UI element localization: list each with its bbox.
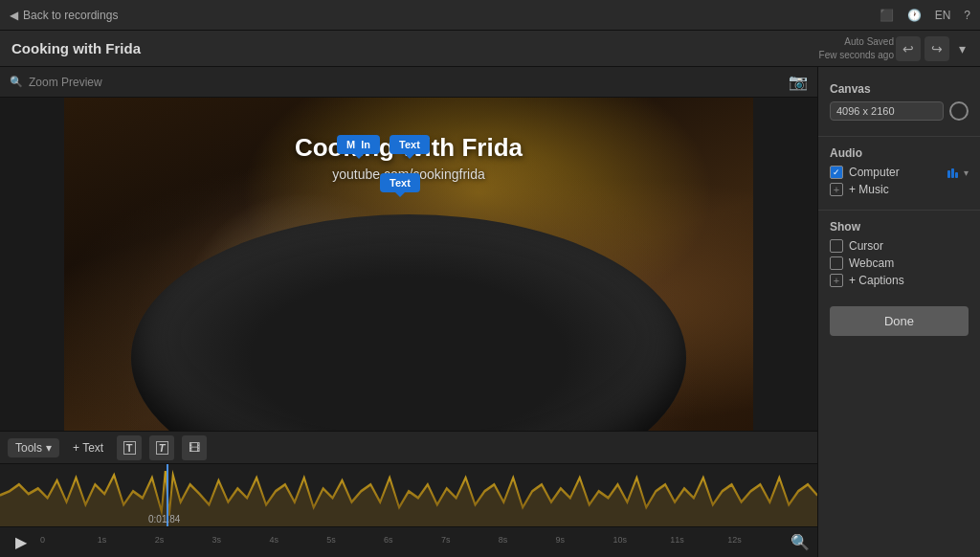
computer-audio-label: Computer xyxy=(849,166,900,179)
captions-row: + + Captions xyxy=(830,274,969,287)
music-bubble[interactable]: M In xyxy=(337,135,380,154)
time-marker: 10s xyxy=(612,535,627,545)
text-bubble-1-label: Text xyxy=(399,139,420,150)
canvas-row: 4096 x 2160 xyxy=(830,101,969,121)
playback-bar: ▶ 01s2s3s4s5s6s7s8s9s10s11s12s0:13 🔍 xyxy=(0,526,817,557)
autosaved-line1: Auto Saved xyxy=(819,35,894,49)
language-label[interactable]: EN xyxy=(935,9,951,22)
zoom-label: Zoom Preview xyxy=(29,76,102,89)
time-marker: 0 xyxy=(40,535,45,545)
timecode: 0:01.84 xyxy=(148,514,180,524)
canvas-circle-button[interactable] xyxy=(949,101,969,121)
tools-button[interactable]: Tools ▾ xyxy=(8,438,59,457)
camera-icon[interactable]: 📷 xyxy=(789,73,808,91)
divider-1 xyxy=(818,136,980,137)
text-bubble-1[interactable]: Text xyxy=(390,135,430,154)
text-style-icon-button[interactable]: T xyxy=(149,435,174,460)
add-text-button[interactable]: + Text xyxy=(67,438,109,457)
preview-header: 🔍 Zoom Preview 📷 xyxy=(0,67,817,98)
redo-button[interactable]: ↪ xyxy=(924,36,949,61)
cursor-label: Cursor xyxy=(849,239,883,253)
time-marker: 8s xyxy=(499,535,508,545)
preview-canvas: Cooking With Frida youtube.com/cookingfr… xyxy=(0,98,817,431)
page-title: Cooking with Frida xyxy=(11,40,141,56)
tools-bar: Tools ▾ + Text T T 🎞 xyxy=(0,432,817,464)
audio-section: Audio Computer ▾ + + Music xyxy=(818,141,980,206)
undo-button[interactable]: ↩ xyxy=(896,36,921,61)
back-arrow-icon: ◀ xyxy=(10,9,18,22)
clock-icon[interactable]: 🕐 xyxy=(907,9,922,22)
back-label: Back to recordings xyxy=(23,9,118,22)
add-music-button[interactable]: + xyxy=(830,183,843,196)
webcam-label: Webcam xyxy=(849,256,894,270)
play-button[interactable]: ▶ xyxy=(8,529,34,556)
timeline-area: Tools ▾ + Text T T 🎞 xyxy=(0,431,817,526)
main-area: 🔍 Zoom Preview 📷 Cooking With Frida yout… xyxy=(0,67,980,557)
time-marker: 2s xyxy=(155,535,165,545)
show-section: Show Cursor Webcam + + Captions xyxy=(818,214,980,297)
audio-chevron-icon[interactable]: ▾ xyxy=(964,167,969,178)
canvas-title: Canvas xyxy=(830,82,969,96)
time-marker: 3s xyxy=(212,535,222,545)
audio-bar-1 xyxy=(947,170,950,178)
add-captions-button[interactable]: + xyxy=(830,274,843,287)
right-panel: Canvas 4096 x 2160 Audio Computer ▾ xyxy=(817,67,980,557)
divider-2 xyxy=(818,210,980,211)
title-bar-controls: ↩ ↪ ▾ xyxy=(896,36,970,61)
audio-bar-2 xyxy=(951,168,954,178)
audio-title: Audio xyxy=(830,146,969,160)
time-marker: 6s xyxy=(384,535,393,545)
time-marker: 12s xyxy=(727,535,742,545)
cursor-checkbox[interactable] xyxy=(830,239,843,253)
text-plain-icon-button[interactable]: T xyxy=(117,435,142,460)
time-marker: 1s xyxy=(98,535,107,545)
audio-level-bars xyxy=(947,167,958,178)
music-bubble-label: M In xyxy=(346,139,370,150)
text-style-icon: T xyxy=(156,441,168,455)
webcam-checkbox[interactable] xyxy=(830,256,843,270)
canvas-section: Canvas 4096 x 2160 xyxy=(818,77,980,132)
time-marker: 9s xyxy=(556,535,566,545)
cursor-row: Cursor xyxy=(830,239,969,253)
film-icon-button[interactable]: 🎞 xyxy=(182,435,207,460)
tools-chevron-icon: ▾ xyxy=(46,441,52,455)
time-marker: 7s xyxy=(441,535,451,545)
computer-audio-checkbox[interactable] xyxy=(830,166,843,179)
captions-label: + Captions xyxy=(849,274,904,287)
time-marker: 4s xyxy=(269,535,278,545)
recording-icon[interactable]: ⬛ xyxy=(880,9,894,22)
top-bar-right: ⬛ 🕐 EN ? xyxy=(880,9,970,22)
ruler-bg: 01s2s3s4s5s6s7s8s9s10s11s12s0:13 xyxy=(40,535,785,550)
computer-audio-row: Computer ▾ xyxy=(830,166,969,179)
video-frame: Cooking With Frida youtube.com/cookingfr… xyxy=(64,98,753,431)
canvas-resolution-select[interactable]: 4096 x 2160 xyxy=(830,101,944,121)
tools-label: Tools xyxy=(15,441,42,455)
time-marker: 5s xyxy=(326,535,336,545)
waveform-svg xyxy=(0,464,817,526)
show-title: Show xyxy=(830,220,969,234)
done-button[interactable]: Done xyxy=(830,306,969,336)
timeline-ruler: 01s2s3s4s5s6s7s8s9s10s11s12s0:13 xyxy=(40,535,785,550)
autosaved-status: Auto Saved Few seconds ago xyxy=(819,35,894,62)
text-bubble-2-label: Text xyxy=(390,177,411,189)
add-text-label: + Text xyxy=(73,441,103,455)
back-button[interactable]: ◀ Back to recordings xyxy=(10,9,118,22)
film-icon: 🎞 xyxy=(189,441,200,455)
zoom-in-icon[interactable]: 🔍 xyxy=(791,533,810,551)
waveform-row: 0:01.84 xyxy=(0,464,817,526)
help-icon[interactable]: ? xyxy=(964,9,970,22)
text-bubble-2[interactable]: Text xyxy=(380,173,420,192)
search-icon: 🔍 xyxy=(10,76,23,88)
music-label: + Music xyxy=(849,183,889,196)
top-bar: ◀ Back to recordings ⬛ 🕐 EN ? xyxy=(0,0,980,31)
more-button[interactable]: ▾ xyxy=(953,36,970,61)
webcam-row: Webcam xyxy=(830,256,969,270)
time-marker: 11s xyxy=(670,535,684,545)
title-bar: Cooking with Frida Auto Saved Few second… xyxy=(0,31,980,67)
autosaved-line2: Few seconds ago xyxy=(819,49,894,62)
audio-bar-3 xyxy=(955,172,958,178)
text-plain-icon: T xyxy=(123,441,136,455)
music-row: + + Music xyxy=(830,183,969,196)
left-panel: 🔍 Zoom Preview 📷 Cooking With Frida yout… xyxy=(0,67,817,557)
